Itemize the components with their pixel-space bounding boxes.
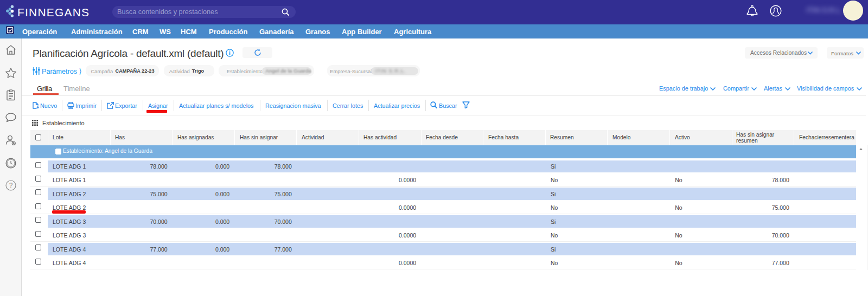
svg-text:?: ? xyxy=(9,182,13,189)
